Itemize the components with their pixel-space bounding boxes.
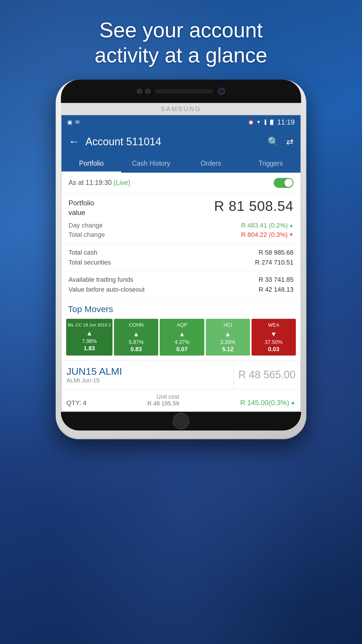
day-change-value: R 483.41 (0.2%) ▲: [241, 222, 294, 229]
mover-val-5: 0.03: [253, 346, 294, 353]
unit-cost-label: Unit cost: [147, 393, 179, 400]
mover-card-5[interactable]: WEA ▼ 37.50% 0.03: [252, 319, 296, 356]
total-change-label: Total change: [68, 231, 105, 239]
mover-val-3: 0.07: [161, 346, 202, 353]
total-cash-value: R 58 985.68: [259, 249, 294, 256]
status-time: 11:19: [277, 118, 295, 126]
live-status-row: As at 11:19:30 (Live): [61, 173, 301, 193]
total-change-value: R 804.22 (0.3%) ▼: [241, 231, 294, 239]
phone-screen: ▣ ✉ ⏰ ▼ ▐ ▐▌ 11:19 ← Account 511014 🔍 ⇄: [61, 115, 301, 412]
phone-device: SAMSUNG ▣ ✉ ⏰ ▼ ▐ ▐▌ 11:19 ←: [56, 80, 306, 439]
trading-funds-section: Available trading funds R 33 741.85 Valu…: [61, 271, 301, 298]
available-funds-value: R 33 741.85: [259, 276, 294, 284]
mover-pct-2: 5.87%: [116, 339, 157, 345]
mover-arrow-up-4: ▲: [208, 330, 248, 338]
back-button[interactable]: ←: [68, 135, 80, 148]
security-change-arrow: ▲: [290, 400, 296, 406]
day-change-label: Day change: [68, 222, 103, 229]
hero-line2: activity at a glance: [95, 43, 267, 68]
mover-pct-1: 7.98%: [68, 338, 111, 344]
battery-icon: ▐▌: [269, 120, 275, 125]
header-icons: 🔍 ⇄: [268, 136, 294, 147]
security-price: R 48 565.00: [238, 369, 296, 381]
portfolio-value-section: Portfolio value R 81 508.54 Day change R…: [61, 193, 301, 244]
mover-pct-4: 3.35%: [208, 339, 248, 345]
unit-cost-value: R 48 195.59: [147, 400, 179, 407]
total-change-arrow-down: ▼: [289, 232, 294, 237]
top-movers-title: Top Movers: [66, 304, 296, 314]
signal-icon: ▐: [263, 120, 266, 125]
portfolio-label: Portfolio value: [68, 198, 94, 218]
status-bar: ▣ ✉ ⏰ ▼ ▐ ▐▌ 11:19: [61, 115, 301, 129]
camera-dot-2: [145, 89, 150, 94]
image-icon: ▣: [67, 119, 72, 125]
top-movers-section: Top Movers BIL CC 19 Jun 2015 2 ▲ 7.98% …: [61, 298, 301, 360]
mover-card-4[interactable]: HCI ▲ 3.35% 5.12: [206, 319, 250, 356]
mover-name-3: AQP: [161, 322, 202, 328]
mover-val-4: 5.12: [208, 346, 248, 353]
total-securities-label: Total securities: [68, 259, 111, 266]
day-change-arrow-up: ▲: [289, 223, 294, 228]
mover-name-4: HCI: [208, 322, 248, 328]
tab-triggers[interactable]: Triggers: [241, 154, 301, 173]
mover-val-2: 0.83: [116, 346, 157, 353]
tab-cash-history[interactable]: Cash History: [121, 154, 181, 173]
app-header: ← Account 511014 🔍 ⇄: [61, 129, 301, 154]
home-button[interactable]: [173, 413, 189, 429]
portfolio-value: R 81 508.54: [214, 198, 294, 214]
mover-pct-5: 37.50%: [253, 339, 294, 345]
cash-securities-section: Total cash R 58 985.68 Total securities …: [61, 244, 301, 271]
search-icon[interactable]: 🔍: [268, 136, 279, 147]
mover-pct-3: 4.37%: [161, 339, 202, 345]
security-card[interactable]: JUN15 ALMI ALMI Jun-15 R 48 565.00 QTY: …: [61, 360, 301, 411]
mover-card-3[interactable]: AQP ▲ 4.37% 0.07: [160, 319, 204, 356]
mover-card-1[interactable]: BIL CC 19 Jun 2015 2 ▲ 7.98% 1.83: [66, 319, 113, 356]
camera-dot-1: [137, 89, 142, 94]
security-sub: ALMI Jun-15: [66, 377, 229, 384]
tab-portfolio[interactable]: Portfolio: [61, 154, 121, 173]
live-status-text: As at 11:19:30 (Live): [68, 179, 130, 187]
samsung-brand: SAMSUNG: [61, 103, 301, 115]
front-camera: [218, 88, 225, 95]
total-cash-label: Total cash: [68, 249, 97, 256]
mover-val-1: 1.83: [68, 345, 111, 352]
content-area: As at 11:19:30 (Live) Portfolio value: [61, 173, 301, 411]
mover-name-2: COHN: [116, 322, 157, 328]
email-icon: ✉: [75, 119, 80, 125]
security-name: JUN15 ALMI: [66, 366, 229, 377]
mover-arrow-up-2: ▲: [116, 330, 157, 338]
tab-bar: Portfolio Cash History Orders Triggers: [61, 154, 301, 173]
movers-grid: BIL CC 19 Jun 2015 2 ▲ 7.98% 1.83 COHN ▲…: [66, 319, 296, 356]
mover-arrow-up-3: ▲: [161, 330, 202, 338]
alarm-icon: ⏰: [248, 119, 254, 125]
transfer-icon[interactable]: ⇄: [286, 136, 294, 147]
available-funds-label: Available trading funds: [68, 276, 133, 284]
hero-line1: See your account: [95, 18, 267, 43]
mover-name-5: WEA: [253, 322, 294, 328]
security-qty: QTY: 4: [66, 399, 86, 407]
mover-name-1: BIL CC 19 Jun 2015 2: [68, 322, 111, 327]
header-title: Account 511014: [85, 136, 268, 148]
live-toggle[interactable]: [274, 178, 294, 188]
mover-card-2[interactable]: COHN ▲ 5.87% 0.83: [114, 319, 158, 356]
mover-arrow-down-5: ▼: [253, 330, 294, 338]
tab-orders[interactable]: Orders: [181, 154, 241, 173]
closeout-value: R 42 148.13: [259, 286, 294, 293]
security-change: R 145.00(0.3%) ▲: [240, 399, 296, 407]
speaker-grille: [155, 89, 213, 93]
total-securities-value: R 274 710.51: [255, 259, 294, 266]
wifi-icon: ▼: [256, 120, 261, 125]
mover-arrow-up-1: ▲: [68, 330, 111, 337]
closeout-label: Value before auto-closeout: [68, 286, 145, 293]
